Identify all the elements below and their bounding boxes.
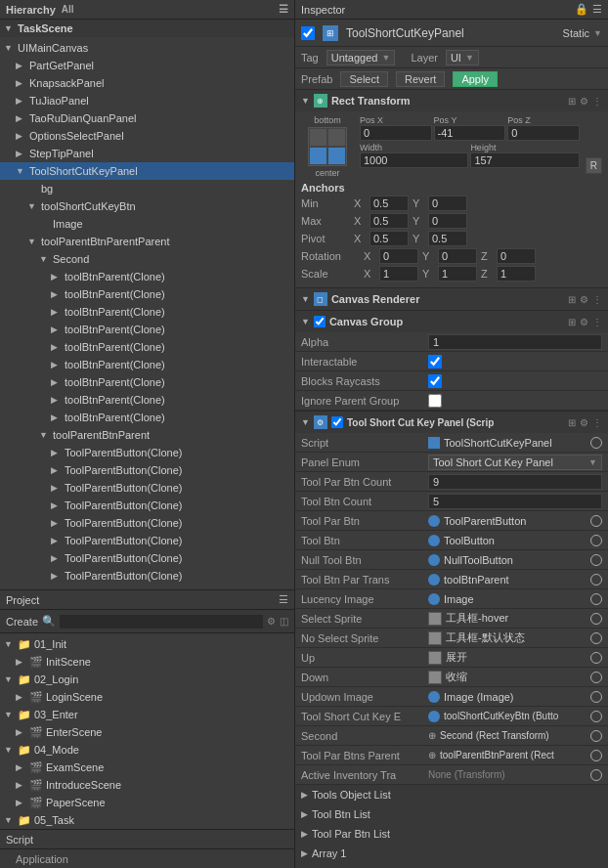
tree-item[interactable]: ▶ toolBtnParent(Clone) xyxy=(0,391,294,409)
canvas-group-checkbox[interactable] xyxy=(314,316,326,327)
inspector-lock-icon[interactable]: 🔒 xyxy=(575,3,588,16)
tool-script-header[interactable]: ▼ ⚙ Tool Short Cut Key Panel (Scrip ⊞ ⚙ … xyxy=(295,412,608,433)
search-input[interactable] xyxy=(60,615,263,629)
tool-par-btn-count-input[interactable] xyxy=(428,474,602,490)
all-label[interactable]: All xyxy=(62,4,74,15)
project-tree-item[interactable]: ▼ 📁 03_Enter xyxy=(0,706,294,723)
canvas-renderer-copy-icon[interactable]: ⊞ xyxy=(568,294,576,305)
hierarchy-menu-icon[interactable]: ☰ xyxy=(279,3,288,16)
rect-settings-icon[interactable]: ⚙ xyxy=(580,96,588,107)
tag-dropdown[interactable]: Untagged ▼ xyxy=(326,50,396,65)
pivot-x-input[interactable] xyxy=(369,231,409,246)
tool-script-checkbox[interactable] xyxy=(331,416,343,428)
tree-item[interactable]: ▶ ToolParentButton(Clone) xyxy=(0,479,294,497)
inspector-menu-icon[interactable]: ☰ xyxy=(592,3,602,16)
up-select[interactable] xyxy=(590,652,602,664)
scale-z-input[interactable] xyxy=(497,266,536,282)
tools-object-list-fold[interactable]: ▶ Tools Object List xyxy=(295,785,608,804)
project-tree-item[interactable]: ▶ 🎬 EnterScene xyxy=(0,723,294,741)
tree-item[interactable]: ▶ ToolParentButton(Clone) xyxy=(0,497,294,514)
static-dropdown-arrow[interactable]: ▼ xyxy=(593,28,602,38)
alpha-input[interactable] xyxy=(428,334,602,350)
tree-item[interactable]: bg xyxy=(0,180,294,197)
max-x-input[interactable] xyxy=(369,213,409,229)
tree-item[interactable]: ▶ ToolParentButton(Clone) xyxy=(0,532,294,549)
tree-item[interactable]: ▶ KnapsackPanel xyxy=(0,74,294,92)
canvas-renderer-header[interactable]: ▼ ◻ Canvas Renderer ⊞ ⚙ ⋮ xyxy=(295,288,608,310)
select-sprite-select[interactable] xyxy=(590,613,602,625)
tool-script-menu-icon[interactable]: ⋮ xyxy=(592,417,602,428)
tree-item[interactable]: ▶ ToolParentButton(Clone) xyxy=(0,567,294,585)
null-tool-btn-select[interactable] xyxy=(590,554,602,566)
anchor-widget[interactable]: bottom center xyxy=(301,115,354,178)
updown-image-select[interactable] xyxy=(590,691,602,703)
search-filter-icon[interactable]: ◫ xyxy=(280,616,288,627)
tree-item[interactable]: ▶ ToolParentButton(Clone) xyxy=(0,444,294,461)
project-tree-item[interactable]: ▶ 🎬 ExamScene xyxy=(0,759,294,776)
tree-item[interactable]: ▼ toolShortCutKeyBtn xyxy=(0,197,294,215)
script-select-circle[interactable] xyxy=(590,437,602,449)
tool-btn-list-fold[interactable]: ▶ Tool Btn List xyxy=(295,804,608,824)
min-y-input[interactable] xyxy=(428,195,467,211)
tool-btn-par-trans-select[interactable] xyxy=(590,574,602,586)
tree-item[interactable]: ▶ toolBtnParent(Clone) xyxy=(0,285,294,303)
rot-y-input[interactable] xyxy=(438,248,477,264)
scale-x-input[interactable] xyxy=(379,266,418,282)
tool-par-btn-select[interactable] xyxy=(590,515,602,527)
interactable-checkbox[interactable] xyxy=(428,355,442,369)
tree-item[interactable]: ▼ Second xyxy=(0,250,294,268)
scene-item[interactable]: ▼ TaskScene xyxy=(0,20,294,37)
tool-script-copy-icon[interactable]: ⊞ xyxy=(568,417,576,428)
project-tree-item[interactable]: ▼ 📁 01_Init xyxy=(0,635,294,653)
canvas-group-menu-icon[interactable]: ⋮ xyxy=(592,317,602,327)
rect-transform-header[interactable]: ▼ ⊕ Rect Transform ⊞ ⚙ ⋮ xyxy=(295,90,608,111)
min-x-input[interactable] xyxy=(369,195,409,211)
canvas-group-settings-icon[interactable]: ⚙ xyxy=(580,317,588,327)
rect-menu-icon[interactable]: ⋮ xyxy=(592,96,602,107)
tree-item[interactable]: ▶ PartGetPanel xyxy=(0,57,294,74)
tree-item[interactable]: ▶ toolBtnParent(Clone) xyxy=(0,409,294,426)
tree-item[interactable]: ▶ ToolParentButton(Clone) xyxy=(0,514,294,532)
search-options-icon[interactable]: ⚙ xyxy=(267,616,276,627)
scale-y-input[interactable] xyxy=(438,266,477,282)
tree-item[interactable]: ▶ toolBtnParent(Clone) xyxy=(0,338,294,356)
ignore-parent-checkbox[interactable] xyxy=(428,394,442,408)
rot-x-input[interactable] xyxy=(379,248,418,264)
tool-par-btn-list-fold[interactable]: ▶ Tool Par Btn List xyxy=(295,824,608,844)
canvas-group-copy-icon[interactable]: ⊞ xyxy=(568,317,576,327)
tree-item[interactable]: ▶ ToolParentButton(Clone) xyxy=(0,549,294,567)
tree-item[interactable]: ▶ OptionsSelectPanel xyxy=(0,127,294,145)
lucency-image-select[interactable] xyxy=(590,593,602,605)
tree-item[interactable]: ▶ ToolParentButton(Clone) xyxy=(0,461,294,479)
tree-item[interactable]: ▶ toolBtnParent(Clone) xyxy=(0,373,294,391)
max-y-input[interactable] xyxy=(428,213,467,229)
tree-item[interactable]: ▼ toolParentBtnParent xyxy=(0,426,294,444)
project-tree-item[interactable]: ▶ 🎬 PaperScene xyxy=(0,794,294,811)
select-button[interactable]: Select xyxy=(340,71,388,87)
tool-short-cut-key-e-select[interactable] xyxy=(590,711,602,722)
tree-item[interactable]: ▶ toolBtnParent(Clone) xyxy=(0,356,294,373)
tree-item[interactable]: ▼ toolParentBtnParentParent xyxy=(0,233,294,250)
active-inventory-select[interactable] xyxy=(590,769,602,781)
blocks-raycasts-checkbox[interactable] xyxy=(428,374,442,388)
pivot-y-input[interactable] xyxy=(428,231,467,246)
tree-item[interactable]: ▶ StepTipPanel xyxy=(0,145,294,162)
no-select-sprite-select[interactable] xyxy=(590,632,602,644)
tree-item[interactable]: ▶ toolBtnParent(Clone) xyxy=(0,303,294,321)
canvas-renderer-settings-icon[interactable]: ⚙ xyxy=(580,294,588,305)
tree-item[interactable]: ▼ ToolShortCutKeyPanel xyxy=(0,162,294,180)
pos-z-input[interactable] xyxy=(507,125,580,141)
tool-par-btns-parent-select[interactable] xyxy=(590,750,602,761)
project-tree-item[interactable]: ▼ 📁 02_Login xyxy=(0,671,294,688)
canvas-group-header[interactable]: ▼ Canvas Group ⊞ ⚙ ⋮ xyxy=(295,311,608,332)
tool-btn-count-input[interactable] xyxy=(428,494,602,509)
project-tree-item[interactable]: ▼ 📁 04_Mode xyxy=(0,741,294,759)
project-tree-item[interactable]: ▶ 🎬 InitScene xyxy=(0,653,294,671)
tree-item[interactable]: ▼ UIMainCanvas xyxy=(0,39,294,57)
height-input[interactable] xyxy=(470,152,579,168)
tool-script-settings-icon[interactable]: ⚙ xyxy=(580,417,588,428)
create-label[interactable]: Create xyxy=(6,616,38,628)
pos-y-input[interactable] xyxy=(434,125,506,141)
rot-z-input[interactable] xyxy=(497,248,536,264)
project-menu-icon[interactable]: ☰ xyxy=(279,593,288,606)
